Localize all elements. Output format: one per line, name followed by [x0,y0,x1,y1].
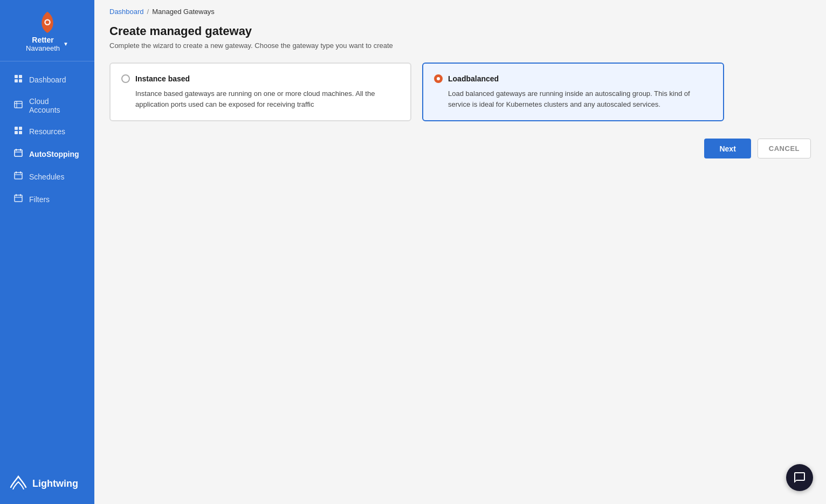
svg-point-1 [45,20,49,24]
instance-based-title: Instance based [135,74,190,83]
lightwing-logo-icon [9,474,28,493]
sidebar-item-dashboard[interactable]: Dashboard [4,69,90,91]
svg-rect-21 [15,195,22,202]
sidebar-user[interactable]: Retter Navaneeth ▼ [26,36,68,52]
schedules-icon [14,171,24,182]
svg-rect-10 [19,127,22,130]
sidebar-item-label-schedules: Schedules [29,172,64,181]
chevron-down-icon: ▼ [63,41,68,47]
sidebar-header: Retter Navaneeth ▼ [0,0,94,61]
loadbalanced-radio[interactable] [434,74,443,83]
cloud-accounts-icon [14,100,24,111]
breadcrumb-dashboard-link[interactable]: Dashboard [109,8,144,16]
instance-based-card[interactable]: Instance based Instance based gateways a… [109,63,411,121]
sidebar-nav: Dashboard Cloud Accounts Resources AutoS… [0,61,94,464]
loadbalanced-desc: Load balanced gateways are running insid… [434,88,712,109]
breadcrumb: Dashboard / Managed Gateways [94,0,826,20]
autostopping-icon [14,149,24,160]
svg-rect-6 [15,101,22,108]
gateway-options: Instance based Instance based gateways a… [109,63,811,121]
cancel-button[interactable]: CANCEL [758,139,811,158]
svg-rect-9 [15,127,18,130]
sidebar-username: Retter [32,36,53,44]
svg-rect-4 [15,79,18,82]
svg-rect-5 [19,79,22,82]
resources-icon [14,126,24,137]
svg-rect-12 [19,131,22,134]
sidebar-item-label-autostopping: AutoStopping [29,150,79,158]
sidebar-item-autostopping[interactable]: AutoStopping [4,143,90,165]
sidebar: Retter Navaneeth ▼ Dashboard Cloud Accou… [0,0,94,504]
sidebar-item-label-filters: Filters [29,195,50,204]
loadbalanced-title: Loadbalanced [448,74,499,83]
sidebar-subname: Navaneeth [26,44,60,52]
sidebar-item-filters[interactable]: Filters [4,189,90,210]
sidebar-item-schedules[interactable]: Schedules [4,166,90,188]
sidebar-item-label-resources: Resources [29,127,65,136]
svg-rect-2 [15,75,18,78]
page-subtitle: Complete the wizard to create a new gate… [109,42,811,50]
instance-based-radio[interactable] [121,74,130,83]
svg-rect-17 [15,172,22,179]
dashboard-icon [14,74,24,85]
sidebar-item-cloud-accounts[interactable]: Cloud Accounts [4,92,90,120]
svg-rect-3 [19,75,22,78]
page-content: Create managed gateway Complete the wiza… [94,20,826,504]
rocket-logo-icon [35,11,60,36]
sidebar-item-resources[interactable]: Resources [4,121,90,142]
svg-rect-11 [15,131,18,134]
svg-rect-13 [15,150,22,156]
page-title: Create managed gateway [109,24,811,38]
loadbalanced-card[interactable]: Loadbalanced Load balanced gateways are … [422,63,724,121]
main-content: Dashboard / Managed Gateways Create mana… [94,0,826,504]
sidebar-item-label-cloud-accounts: Cloud Accounts [29,97,80,114]
instance-based-desc: Instance based gateways are running on o… [121,88,400,109]
lightwing-logo: Lightwing [9,474,86,493]
breadcrumb-separator: / [147,8,149,16]
breadcrumb-current: Managed Gateways [152,8,215,16]
lightwing-logo-text: Lightwing [32,478,78,489]
sidebar-footer: Lightwing [0,464,94,504]
chat-bubble-button[interactable] [786,464,813,491]
next-button[interactable]: Next [704,139,751,158]
loadbalanced-header: Loadbalanced [434,74,712,83]
instance-based-header: Instance based [121,74,400,83]
actions-row: Next CANCEL [109,139,811,158]
sidebar-item-label-dashboard: Dashboard [29,75,66,84]
filters-icon [14,194,24,205]
